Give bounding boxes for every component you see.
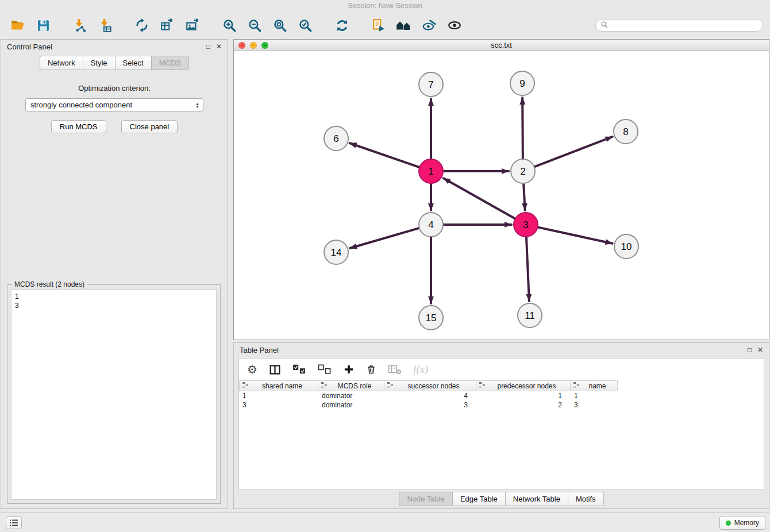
gear-icon[interactable]: ⚙: [247, 363, 257, 376]
svg-text:4: 4: [428, 219, 433, 230]
delete-row-icon[interactable]: [366, 364, 376, 375]
toolbar-group: [69, 16, 116, 35]
float-table-panel-icon[interactable]: □: [748, 346, 752, 354]
tab-motifs[interactable]: Motifs: [568, 492, 604, 506]
graph-node-10[interactable]: 10: [614, 234, 638, 259]
graph-node-7[interactable]: 7: [419, 72, 443, 97]
unselect-all-icon[interactable]: [318, 364, 332, 375]
window-title: Session: New Session: [348, 1, 422, 10]
graph-edge-2-9[interactable]: [522, 98, 523, 159]
memory-indicator-button[interactable]: Memory: [719, 516, 765, 530]
cell-MCDS-role[interactable]: dominator: [318, 391, 384, 400]
import-network-icon[interactable]: [69, 16, 91, 35]
run-mcds-button[interactable]: Run MCDS: [51, 120, 106, 133]
zoom-window-button[interactable]: +: [261, 42, 268, 49]
column-header-name[interactable]: name: [571, 380, 618, 391]
svg-text:10: 10: [621, 241, 632, 252]
zoom-in-icon[interactable]: [218, 16, 240, 35]
clone-network-icon[interactable]: [368, 16, 390, 35]
column-header-MCDS-role[interactable]: MCDS role: [318, 380, 384, 391]
task-list-icon[interactable]: [6, 516, 22, 529]
network-view-window: ×−+ scc.txt 7968124314101511: [233, 39, 769, 340]
tab-mcds[interactable]: MCDS: [151, 56, 189, 70]
toolbar-group: [7, 16, 54, 35]
column-sort-icon: [321, 381, 328, 390]
close-panel-icon[interactable]: ✕: [216, 43, 222, 51]
float-panel-icon[interactable]: □: [206, 43, 210, 51]
table-row[interactable]: 3dominator323: [239, 400, 764, 410]
table-row[interactable]: 1dominator411: [239, 391, 764, 400]
cell-predecessor-nodes[interactable]: 2: [476, 400, 571, 410]
graph-node-3[interactable]: 3: [514, 213, 538, 237]
graph-edge-2-8[interactable]: [535, 137, 613, 167]
tab-style[interactable]: Style: [83, 56, 115, 70]
node-table-container: ⚙f(x) shared nameMCDS rolesuccessor node…: [238, 358, 764, 490]
column-header-shared-name[interactable]: shared name: [239, 380, 318, 391]
graph-edge-4-14[interactable]: [350, 228, 419, 248]
cell-successor-nodes[interactable]: 4: [384, 391, 476, 400]
mcds-result-list[interactable]: 13: [11, 290, 217, 500]
tab-select[interactable]: Select: [115, 56, 151, 70]
cell-predecessor-nodes[interactable]: 1: [476, 391, 571, 400]
add-row-icon[interactable]: [343, 364, 355, 375]
show-graphics-icon[interactable]: [444, 16, 465, 35]
tab-network-table[interactable]: Network Table: [505, 492, 568, 506]
graph-node-11[interactable]: 11: [518, 303, 542, 327]
cell-MCDS-role[interactable]: dominator: [318, 400, 384, 410]
graph-node-8[interactable]: 8: [614, 119, 638, 144]
graph-node-2[interactable]: 2: [511, 159, 535, 183]
import-table-icon[interactable]: [94, 16, 116, 35]
tab-edge-table[interactable]: Edge Table: [452, 492, 505, 506]
style-eye-icon[interactable]: [418, 16, 440, 35]
refresh-layout-icon[interactable]: [331, 16, 353, 35]
open-file-icon[interactable]: [7, 16, 29, 35]
minimize-window-button[interactable]: −: [250, 42, 257, 49]
cell-name[interactable]: 3: [571, 400, 618, 410]
tab-node-table[interactable]: Node Table: [399, 492, 452, 506]
cell-name[interactable]: 1: [571, 391, 618, 400]
show-columns-icon[interactable]: [269, 364, 281, 376]
graph-edge-3-11[interactable]: [526, 237, 529, 301]
tab-network[interactable]: Network: [40, 56, 83, 70]
criterion-dropdown[interactable]: strongly connected component ▲▼: [25, 98, 203, 111]
table-panel-title: Table Panel: [240, 346, 279, 354]
search-box[interactable]: [595, 19, 763, 32]
svg-text:3: 3: [523, 219, 528, 230]
graph-node-15[interactable]: 15: [419, 306, 443, 330]
graph-edge-3-1[interactable]: [444, 178, 515, 218]
cell-successor-nodes[interactable]: 3: [384, 400, 476, 410]
graph-node-1[interactable]: 1: [419, 159, 443, 183]
zoom-selected-icon[interactable]: [294, 16, 316, 35]
select-all-icon[interactable]: [292, 364, 306, 375]
export-network-icon[interactable]: [156, 16, 178, 35]
export-image-icon[interactable]: [182, 16, 203, 35]
close-window-button[interactable]: ×: [238, 42, 245, 49]
save-session-icon[interactable]: [32, 16, 54, 35]
zoom-out-icon[interactable]: [244, 16, 265, 35]
close-panel-button[interactable]: Close panel: [121, 120, 178, 133]
graph-edge-3-10[interactable]: [538, 228, 612, 244]
network-canvas-svg[interactable]: 7968124314101511: [234, 51, 769, 340]
graph-node-4[interactable]: 4: [419, 213, 443, 237]
mcds-result-item: 3: [15, 301, 213, 310]
graph-node-6[interactable]: 6: [324, 126, 348, 151]
close-table-panel-icon[interactable]: ✕: [757, 346, 763, 354]
cell-shared-name[interactable]: 1: [239, 391, 318, 400]
optimization-criterion-label: Optimization criterion:: [1, 84, 228, 92]
graph-edge-1-6[interactable]: [350, 143, 419, 167]
table-body: 1dominator4113dominator323: [239, 391, 764, 410]
network-window-titlebar[interactable]: ×−+ scc.txt: [234, 40, 769, 51]
new-network-icon[interactable]: [131, 16, 153, 35]
svg-text:9: 9: [519, 78, 525, 89]
column-header-predecessor-nodes[interactable]: predecessor nodes: [476, 380, 571, 391]
graph-edge-2-3[interactable]: [523, 184, 525, 210]
toolbar-group: [368, 16, 465, 35]
cell-shared-name[interactable]: 3: [239, 400, 318, 410]
graph-node-14[interactable]: 14: [324, 240, 348, 264]
search-input[interactable]: [611, 21, 758, 29]
zoom-fit-icon[interactable]: [269, 16, 291, 35]
network-analyzer-icon[interactable]: [393, 16, 415, 35]
graph-node-9[interactable]: 9: [510, 71, 534, 95]
table-panel-header: Table Panel □ ✕: [234, 343, 769, 357]
column-header-successor-nodes[interactable]: successor nodes: [384, 380, 476, 391]
